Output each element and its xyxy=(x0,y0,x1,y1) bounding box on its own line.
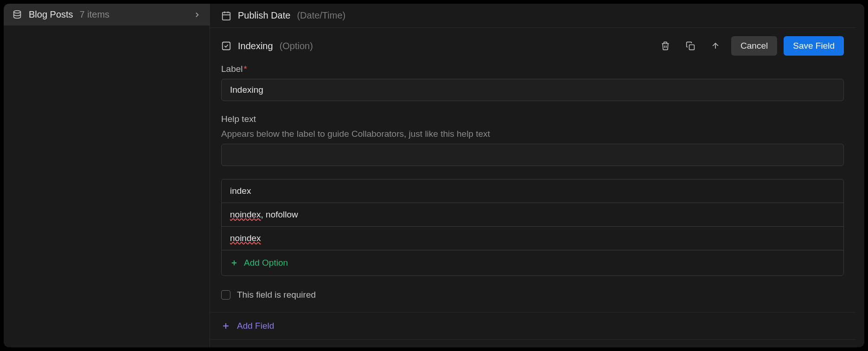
field-editor-indexing: Indexing (Option) xyxy=(210,28,855,313)
collection-name: Blog Posts xyxy=(29,9,73,20)
help-text-input[interactable] xyxy=(221,144,844,166)
sidebar: Blog Posts 7 items xyxy=(4,4,210,347)
add-field-label: Add Field xyxy=(237,321,274,331)
option-item[interactable]: noindex, nofollow xyxy=(222,203,843,227)
add-field-button[interactable]: Add Field xyxy=(210,313,855,340)
svg-point-0 xyxy=(14,10,21,13)
calendar-icon xyxy=(221,11,231,21)
field-name: Publish Date xyxy=(238,10,290,21)
svg-rect-1 xyxy=(223,12,230,19)
label-field-label: Label* xyxy=(221,64,844,74)
database-icon xyxy=(12,10,22,20)
delete-button[interactable] xyxy=(656,37,675,55)
option-item[interactable]: noindex xyxy=(222,227,843,250)
field-editor-header: Indexing (Option) xyxy=(210,28,855,64)
chevron-right-icon xyxy=(193,11,201,19)
label-input[interactable] xyxy=(221,79,844,101)
main-panel: Publish Date (Date/Time) Indexing (Optio… xyxy=(210,4,864,347)
add-option-button[interactable]: Add Option xyxy=(222,250,843,275)
save-field-button[interactable]: Save Field xyxy=(784,36,844,56)
help-text-description: Appears below the label to guide Collabo… xyxy=(221,129,844,139)
option-item[interactable]: index xyxy=(222,179,843,203)
field-type: (Date/Time) xyxy=(297,10,345,21)
plus-icon xyxy=(230,259,238,267)
svg-rect-5 xyxy=(223,42,230,50)
cancel-button[interactable]: Cancel xyxy=(731,36,777,56)
required-checkbox-row[interactable]: This field is required xyxy=(221,289,844,301)
option-icon xyxy=(221,41,231,51)
required-label: This field is required xyxy=(237,290,316,300)
collection-count: 7 items xyxy=(80,9,186,20)
move-up-button[interactable] xyxy=(706,37,725,55)
svg-rect-6 xyxy=(689,45,695,50)
add-option-label: Add Option xyxy=(244,258,288,268)
help-text-label: Help text xyxy=(221,114,844,124)
duplicate-button[interactable] xyxy=(681,37,700,55)
sidebar-collection-item[interactable]: Blog Posts 7 items xyxy=(4,4,210,26)
field-name: Indexing xyxy=(238,41,273,51)
field-row-publish-date[interactable]: Publish Date (Date/Time) xyxy=(210,4,855,28)
field-type: (Option) xyxy=(280,41,313,51)
plus-icon xyxy=(221,321,230,331)
required-checkbox[interactable] xyxy=(221,290,230,300)
options-list: index noindex, nofollow noindex xyxy=(221,179,844,276)
